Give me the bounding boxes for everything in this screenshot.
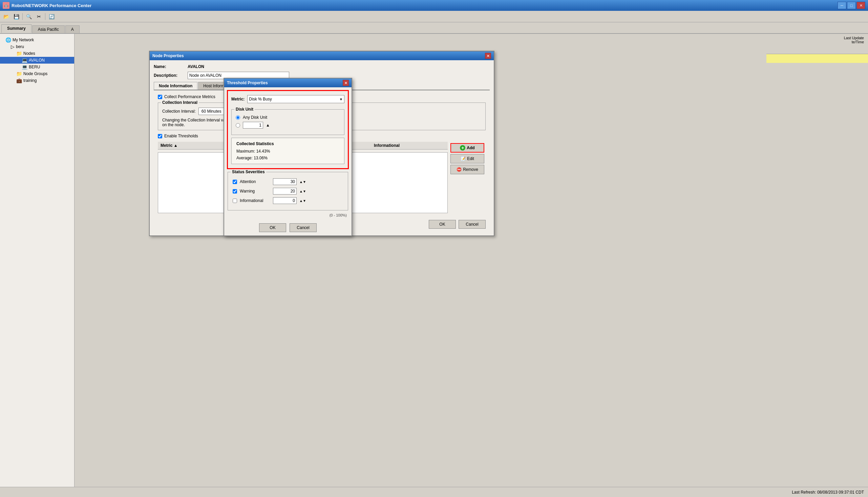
edit-button[interactable]: 📝 Edit (451, 154, 484, 164)
threshold-cancel-button[interactable]: Cancel (290, 223, 317, 232)
any-disk-unit-row: Any Disk Unit (236, 115, 340, 120)
sidebar-item-training[interactable]: 💼 training (0, 77, 74, 84)
tab-a[interactable]: A (65, 25, 80, 33)
collect-metrics-label: Collect Performance Metrics (164, 95, 216, 99)
node-properties-cancel-button[interactable]: Cancel (458, 220, 486, 229)
specific-disk-unit-radio[interactable] (236, 123, 240, 128)
sidebar-item-label: My Network (13, 38, 34, 42)
expand-icon: ▷ (11, 44, 15, 49)
informational-spinner[interactable] (273, 197, 297, 204)
sidebar-item-nodes[interactable]: 📁 Nodes (0, 50, 74, 57)
informational-checkbox[interactable] (233, 199, 237, 203)
maximum-label: Maximum: (236, 149, 255, 154)
node-properties-ok-button[interactable]: OK (429, 220, 456, 229)
collected-stats-title: Collected Statistics (236, 141, 339, 146)
severities-title: Status Severities (231, 170, 266, 174)
last-refresh-text: Last Refresh: 08/08/2013 09:37:01 CDT (792, 490, 864, 495)
maximum-value: 14.43% (257, 149, 270, 154)
name-row: Name: AVALON (154, 64, 490, 69)
add-button[interactable]: + Add (451, 143, 484, 153)
threshold-dialog-close-button[interactable]: ✕ (343, 80, 349, 86)
sidebar-item-label: AVALON (29, 58, 45, 62)
enable-thresholds-checkbox[interactable] (158, 134, 162, 138)
attention-label: Attention (240, 179, 270, 184)
metric-select[interactable]: Disk % Busy ▼ (247, 95, 344, 103)
warning-checkbox[interactable] (233, 189, 237, 194)
range-note: (0 - 100%) (224, 213, 352, 217)
metric-col-header: Metric ▲ (161, 143, 232, 148)
folder-icon-2: 📁 (16, 71, 22, 76)
threshold-dialog-titlebar: Threshold Properties ✕ (224, 79, 352, 87)
add-icon: + (460, 145, 465, 151)
threshold-dialog-buttons: OK Cancel (224, 220, 352, 236)
threshold-red-highlight: Metric: Disk % Busy ▼ Disk Unit Any Disk… (227, 90, 349, 169)
metric-label: Metric: (231, 97, 245, 101)
spinner-up[interactable]: ▲ (266, 123, 270, 128)
sidebar-item-avalon[interactable]: 💻 AVALON (0, 57, 74, 63)
tab-asia-pacific[interactable]: Asia Pacific (32, 25, 65, 33)
last-update-label: Last Update (844, 36, 864, 40)
save-button[interactable]: 💾 (12, 12, 21, 21)
specific-disk-unit-row: ▲ (236, 122, 340, 129)
warning-label: Warning (240, 189, 270, 194)
app-title: Robot/NETWORK Performance Center (12, 3, 838, 8)
close-button[interactable]: ✕ (856, 2, 865, 9)
sidebar-item-nodegroups[interactable]: 📁 Node Groups (0, 70, 74, 77)
warning-up-icon[interactable]: ▲▼ (299, 189, 306, 193)
tab-node-information[interactable]: Node Information (154, 82, 197, 90)
tab-summary[interactable]: Summary (1, 24, 31, 33)
informational-row: Informational ▲▼ (233, 197, 343, 204)
attention-spinner[interactable] (273, 178, 297, 185)
cut-button[interactable]: ✂ (34, 12, 44, 21)
collected-stats-box: Collected Statistics Maximum: 14.43% Ave… (231, 138, 344, 164)
sidebar-item-label: BERU (29, 65, 40, 69)
sidebar-item-label: beru (16, 44, 24, 49)
attention-checkbox[interactable] (233, 180, 237, 184)
sidebar-item-mynetwork[interactable]: 🌐 My Network (0, 37, 74, 43)
collect-metrics-checkbox[interactable] (158, 95, 162, 99)
computer-icon: 💻 (22, 57, 27, 63)
threshold-dialog-title: Threshold Properties (227, 81, 343, 85)
node-properties-title: Node Properties (152, 54, 485, 58)
sidebar-item-beru[interactable]: ▷ beru (0, 43, 74, 50)
informational-col-header: Informational (374, 143, 445, 148)
minimize-button[interactable]: ─ (838, 2, 846, 9)
description-label: Description: (154, 73, 188, 78)
highlight-row (767, 54, 868, 63)
remove-icon: ⛔ (456, 167, 461, 172)
attention-up-icon[interactable]: ▲▼ (299, 180, 306, 184)
informational-label: Informational (240, 198, 270, 203)
enable-thresholds-label: Enable Thresholds (164, 134, 198, 138)
maximize-button[interactable]: □ (847, 2, 856, 9)
action-buttons: + Add 📝 Edit ⛔ Remove (449, 142, 486, 213)
metric-row: Metric: Disk % Busy ▼ (228, 93, 348, 106)
main-tabs: Summary Asia Pacific A (0, 22, 868, 34)
sidebar-item-beru-node[interactable]: 💻 BERU (0, 63, 74, 70)
any-disk-unit-label: Any Disk Unit (243, 115, 267, 120)
threshold-properties-dialog: Threshold Properties ✕ Metric: Disk % Bu… (223, 78, 352, 236)
warning-spinner[interactable] (273, 188, 297, 195)
name-label: Name: (154, 64, 188, 69)
disk-unit-title: Disk Unit (234, 107, 255, 112)
open-button[interactable]: 📂 (1, 12, 11, 21)
threshold-ok-button[interactable]: OK (259, 223, 286, 232)
remove-button[interactable]: ⛔ Remove (451, 165, 484, 174)
status-bar: Last Refresh: 08/08/2013 09:37:01 CDT (0, 487, 868, 497)
network-icon: 🌐 (5, 37, 11, 43)
node-properties-close-button[interactable]: ✕ (485, 53, 491, 59)
folder-icon: 📁 (16, 51, 22, 56)
collection-interval-title: Collection Interval (161, 100, 199, 105)
attention-row: Attention ▲▼ (233, 178, 343, 185)
average-label: Average: (236, 156, 253, 160)
print-button[interactable]: 🔍 (24, 12, 33, 21)
disk-unit-spinner[interactable] (243, 122, 263, 129)
refresh-button[interactable]: 🔄 (47, 12, 56, 21)
app-icon: 🤖 (3, 2, 10, 9)
sidebar-item-label: Nodes (23, 51, 35, 56)
separator-2 (45, 13, 45, 20)
status-severities-box: Status Severities Attention ▲▼ Warning (228, 172, 348, 210)
metric-value: Disk % Busy (249, 97, 272, 101)
node-properties-titlebar: Node Properties ✕ (150, 52, 494, 60)
informational-up-icon[interactable]: ▲▼ (299, 199, 306, 203)
any-disk-unit-radio[interactable] (236, 115, 240, 120)
